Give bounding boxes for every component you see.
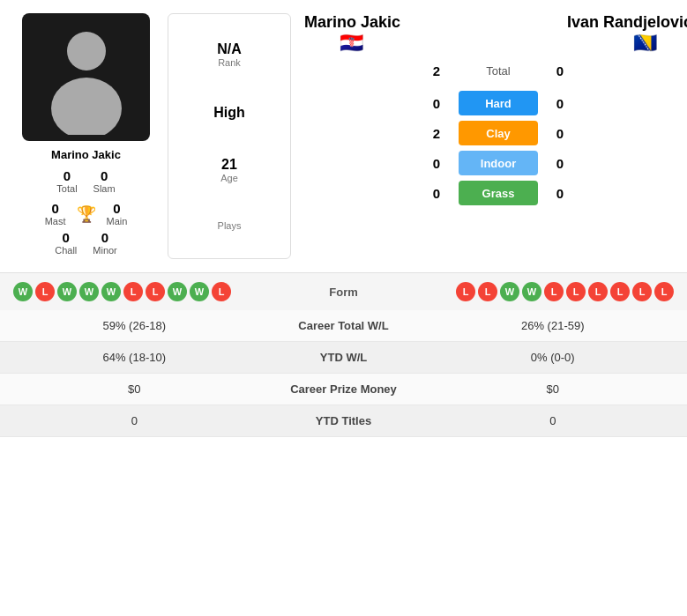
stats-row-1: 64% (18-10) YTD W/L 0% (0-0) (0, 342, 687, 374)
svg-point-1 (51, 78, 122, 135)
form-badge-w: W (522, 282, 541, 301)
form-badge-l: L (123, 282, 143, 301)
player1-flag: 🇭🇷 (340, 32, 363, 55)
indoor-badge: Indoor (459, 151, 538, 175)
form-badge-l: L (456, 282, 475, 301)
player1-main-stat: 0 Main (107, 201, 128, 226)
player2-header-name-text: Ivan Randjelovic (567, 13, 687, 31)
stats-section: 59% (26-18) Career Total W/L 26% (21-59)… (0, 310, 687, 437)
form-badge-w: W (101, 282, 121, 301)
form-badge-w: W (79, 282, 99, 301)
stat-p1-val: 59% (26-18) (13, 319, 256, 332)
player1-chall-stat: 0 Chall (55, 230, 77, 256)
clay-score-row: 2 Clay 0 (295, 121, 687, 145)
player1-stats-row2: 0 Chall 0 Minor (55, 230, 117, 256)
form-badge-w: W (168, 282, 187, 301)
form-badge-l: L (632, 282, 652, 301)
player1-plays-stat: Plays (218, 220, 242, 231)
p1-indoor-score: 0 (428, 156, 445, 171)
form-badge-l: L (146, 282, 165, 301)
p2-clay-score: 0 (551, 126, 569, 141)
stats-row-3: 0 YTD Titles 0 (0, 405, 687, 437)
player1-form-badges: WLWWWLLWWL (13, 282, 231, 301)
player1-age-value: 21 (220, 157, 238, 173)
player2-flag: 🇧🇦 (633, 32, 657, 55)
flag-row: 🇭🇷 🇧🇦 (295, 32, 687, 63)
form-badge-l: L (588, 282, 608, 301)
stat-p1-val: $0 (13, 382, 256, 396)
grass-badge: Grass (459, 181, 538, 205)
player1-middle-panel: N/A Rank High 21 Age Plays (168, 13, 291, 259)
score-rows: 2 Total 0 0 Hard 0 2 Clay 0 0 Indoor (295, 63, 687, 205)
form-section: WLWWWLLWWL Form LLWWLLLLLL (0, 272, 687, 310)
stat-p2-val: 26% (21-59) (432, 319, 675, 332)
center-area: Marino Jakic Ivan Randjelovic 🇭🇷 🇧🇦 2 To… (295, 13, 687, 259)
p2-grass-score: 0 (551, 186, 569, 201)
stat-p2-val: $0 (432, 382, 675, 396)
form-badge-l: L (544, 282, 564, 301)
form-badge-l: L (566, 282, 586, 301)
indoor-score-row: 0 Indoor 0 (295, 151, 687, 175)
main-container: Marino Jakic 0 Total 0 Slam 0 Mast 🏆 (0, 0, 687, 437)
stat-label: YTD W/L (256, 351, 432, 364)
p2-total-score: 0 (551, 63, 569, 78)
player1-high-value: High (213, 105, 245, 121)
p2-indoor-score: 0 (551, 156, 569, 171)
stat-label: YTD Titles (256, 414, 432, 427)
player1-age-stat: 21 Age (220, 157, 238, 183)
player1-main-label: Main (107, 216, 128, 226)
stats-row-2: $0 Career Prize Money $0 (0, 374, 687, 405)
form-badge-w: W (13, 282, 33, 301)
player1-chall-value: 0 (63, 230, 70, 245)
stat-p2-val: 0% (0-0) (432, 351, 675, 364)
player1-name: Marino Jakic (51, 148, 121, 161)
player1-mast-label: Mast (45, 216, 66, 226)
form-badge-w: W (57, 282, 77, 301)
p1-grass-score: 0 (428, 186, 445, 201)
player1-slam-value: 0 (101, 168, 108, 183)
hard-score-row: 0 Hard 0 (295, 91, 687, 115)
clay-badge: Clay (459, 121, 538, 145)
stats-row-0: 59% (26-18) Career Total W/L 26% (21-59) (0, 310, 687, 342)
total-score-row: 2 Total 0 (295, 63, 687, 78)
player1-total-label: Total (56, 183, 77, 194)
p1-clay-score: 2 (428, 126, 445, 141)
form-label: Form (329, 286, 358, 299)
header-area: Marino Jakic Ivan Randjelovic 🇭🇷 🇧🇦 (295, 13, 687, 63)
player1-chall-label: Chall (55, 245, 77, 256)
player2-header-name: Ivan Randjelovic (567, 13, 687, 32)
p1-total-score: 2 (428, 63, 445, 78)
player1-total-value: 0 (63, 168, 71, 183)
player1-trophy-row: 0 Mast 🏆 0 Main (45, 201, 128, 226)
stat-label: Career Total W/L (256, 319, 432, 332)
player1-header-name: Marino Jakic (304, 13, 400, 32)
p1-hard-score: 0 (428, 96, 445, 111)
player1-mast-stat: 0 Mast (45, 201, 66, 226)
player1-high-stat: High (213, 105, 245, 121)
player1-card: Marino Jakic 0 Total 0 Slam 0 Mast 🏆 (9, 13, 163, 259)
form-badge-l: L (212, 282, 231, 301)
player1-stats-row1: 0 Total 0 Slam (56, 168, 115, 194)
player1-plays-label: Plays (218, 220, 242, 231)
total-label: Total (459, 64, 538, 78)
player1-minor-label: Minor (93, 245, 117, 256)
form-badge-l: L (610, 282, 630, 301)
form-badge-l: L (35, 282, 55, 301)
player1-total-stat: 0 Total (56, 168, 77, 194)
svg-point-0 (67, 32, 106, 71)
stat-label: Career Prize Money (256, 382, 432, 396)
player1-rank-label: Rank (217, 57, 242, 68)
player1-minor-stat: 0 Minor (93, 230, 117, 256)
player1-slam-stat: 0 Slam (93, 168, 116, 194)
form-badge-l: L (478, 282, 497, 301)
player1-trophy-icon: 🏆 (77, 204, 96, 224)
form-badge-w: W (500, 282, 519, 301)
player1-age-label: Age (220, 173, 238, 183)
grass-score-row: 0 Grass 0 (295, 181, 687, 205)
p2-hard-score: 0 (551, 96, 569, 111)
players-name-row: Marino Jakic Ivan Randjelovic (295, 13, 687, 32)
player1-rank-value: N/A (217, 41, 242, 57)
player1-main-value: 0 (113, 201, 120, 216)
player1-slam-label: Slam (93, 183, 116, 194)
form-badge-l: L (654, 282, 674, 301)
